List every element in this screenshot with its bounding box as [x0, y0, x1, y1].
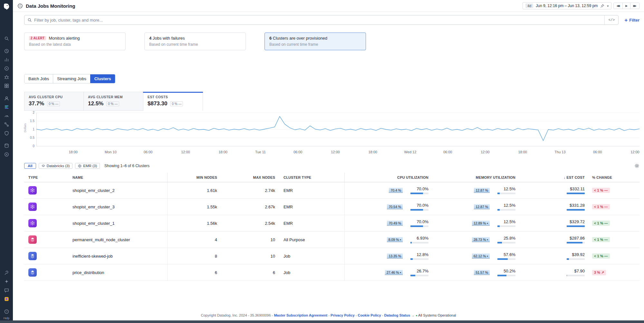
- search-box[interactable]: </>: [24, 15, 619, 25]
- monitors-alerting-card[interactable]: 2 ALERT Monitors alerting Based on the l…: [24, 33, 126, 50]
- support-chat-icon[interactable]: [1, 286, 12, 295]
- time-range-selector[interactable]: 4d Jun 9, 12:16 pm – Jun 13, 12:59 pm ▾: [523, 2, 611, 9]
- table-row[interactable]: inefficient-skewed-job 8 10 Job 13.35 % …: [24, 248, 639, 264]
- cpu-avg-chip: 13.35 %: [387, 253, 403, 259]
- code-view-button[interactable]: </>: [604, 15, 618, 24]
- est-cost-bar: [567, 225, 585, 227]
- ci-icon[interactable]: [1, 150, 12, 159]
- cluster-name[interactable]: inefficient-skewed-job: [69, 248, 168, 264]
- recents-icon[interactable]: [1, 47, 12, 55]
- col-cluster-type[interactable]: CLUSTER TYPE: [280, 173, 345, 182]
- col-est-cost[interactable]: ↓ EST COST: [528, 173, 590, 182]
- col-name[interactable]: NAME: [69, 173, 168, 182]
- search-input[interactable]: [34, 18, 604, 23]
- tab-clusters[interactable]: Clusters: [90, 74, 115, 83]
- x-tick-label: Thu 13: [554, 150, 565, 154]
- filter-chip-databricks[interactable]: Databricks (3): [39, 163, 73, 169]
- sort-desc-icon: ↓: [564, 176, 566, 179]
- x-tick-label: 18:00: [518, 150, 527, 154]
- card-title: Clusters are over provisioned: [273, 36, 327, 41]
- cluster-type-value: EMR: [280, 199, 345, 215]
- search-icon[interactable]: [1, 34, 12, 43]
- over-provisioned-clusters-card[interactable]: 6 Clusters are over provisioned Based on…: [264, 33, 366, 50]
- max-nodes-value: 2.67k: [222, 199, 280, 215]
- col-cpu-utilization[interactable]: CPU UTILIZATION: [345, 173, 438, 182]
- bits-ai-icon[interactable]: [1, 295, 12, 303]
- apm-icon[interactable]: [1, 111, 12, 120]
- cluster-type-value: Job: [280, 248, 345, 264]
- col-type[interactable]: TYPE: [24, 173, 69, 182]
- tab-streaming-jobs[interactable]: Streaming Jobs: [53, 74, 90, 83]
- forward-button[interactable]: ▶▶: [630, 3, 639, 9]
- service-map-icon[interactable]: [1, 120, 12, 129]
- col-percent-change[interactable]: % CHANGE: [590, 173, 639, 182]
- card-subtitle: Based on the latest data: [29, 42, 121, 47]
- table-row[interactable]: price_distribution 6 6 Job 27.46 % • 26.…: [24, 264, 639, 281]
- y-tick-label: 1: [25, 128, 34, 131]
- jobs-with-failures-card[interactable]: 4 Jobs with failures Based on current ti…: [144, 33, 246, 50]
- cluster-name[interactable]: shopist_emr_cluster_3: [69, 199, 168, 215]
- dbm-icon[interactable]: [1, 141, 12, 150]
- cluster-type-icon: [28, 203, 37, 211]
- dashboards-icon[interactable]: [1, 55, 12, 64]
- table-row[interactable]: shopist_emr_cluster_3 1.55k 2.67k EMR 70…: [24, 199, 639, 215]
- time-range-label[interactable]: Jun 9, 12:16 pm – Jun 13, 12:59 pm: [536, 4, 598, 8]
- cpu-avg-chip: 70.49 %: [387, 221, 403, 226]
- infrastructure-icon[interactable]: [1, 73, 12, 81]
- cluster-name[interactable]: shopist_emr_cluster_2: [69, 182, 168, 198]
- x-tick-label: 06:00: [144, 150, 153, 154]
- filter-chip-all[interactable]: All: [24, 163, 36, 169]
- table-settings-gear-icon[interactable]: [634, 163, 639, 168]
- table-row[interactable]: permanent_multi_node_cluster 4 10 All Pu…: [24, 232, 639, 248]
- link-privacy-policy[interactable]: Privacy Policy: [331, 313, 355, 317]
- table-row[interactable]: shopist_emr_cluster_1 1.56k 2.54k EMR 70…: [24, 215, 639, 232]
- est-cost-value: $331.28: [570, 203, 585, 208]
- col-max-nodes[interactable]: MAX NODES: [222, 173, 280, 182]
- security-icon[interactable]: [1, 129, 12, 138]
- cluster-name[interactable]: shopist_emr_cluster_1: [69, 215, 168, 231]
- watchdog-icon[interactable]: [1, 64, 12, 73]
- help-icon[interactable]: ?: [1, 307, 12, 316]
- change-badge: 3 % ↗: [592, 270, 606, 275]
- avg-cluster-mem-card[interactable]: AVG CLUSTER MEM 12.5% 0 % —: [84, 92, 143, 111]
- link-cookie-policy[interactable]: Cookie Policy: [358, 313, 381, 317]
- add-filter-button[interactable]: + Filter: [624, 17, 639, 23]
- time-range-duration[interactable]: 4d: [525, 4, 533, 8]
- link-master-subscription-agreement[interactable]: Master Subscription Agreement: [274, 313, 327, 317]
- x-tick-label: Mon 10: [105, 150, 117, 154]
- link-datadog-status[interactable]: Datadog Status: [384, 313, 410, 317]
- filter-chip-emr[interactable]: EMR (3): [75, 163, 100, 169]
- datadog-logo[interactable]: [2, 3, 11, 11]
- data-jobs-icon[interactable]: [1, 103, 12, 111]
- cpu-utilization-value: 70.0%: [417, 219, 428, 224]
- copilot-icon[interactable]: [1, 277, 12, 286]
- play-button[interactable]: ▶: [622, 3, 630, 9]
- change-badge: < 1 % —: [592, 188, 610, 193]
- chevron-down-icon[interactable]: ▾: [607, 4, 609, 8]
- mem-utilization-bar: [497, 209, 515, 211]
- settings-icon[interactable]: [1, 269, 12, 277]
- max-nodes-value: 2.74k: [222, 182, 280, 198]
- rum-icon[interactable]: [1, 94, 12, 103]
- metric-cards: AVG CLUSTER CPU 37.7% 0 % — AVG CLUSTER …: [24, 92, 639, 111]
- avg-cluster-cpu-card[interactable]: AVG CLUSTER CPU 37.7% 0 % —: [24, 92, 84, 111]
- col-memory-utilization[interactable]: MEMORY UTILIZATION: [438, 173, 528, 182]
- chart-plot-area[interactable]: [36, 112, 639, 148]
- card-count: 6: [269, 36, 272, 41]
- min-nodes-value: 1.55k: [168, 199, 222, 215]
- cluster-name[interactable]: permanent_multi_node_cluster: [69, 232, 168, 248]
- cluster-name[interactable]: price_distribution: [69, 264, 168, 280]
- search-row: </> + Filter: [13, 12, 644, 25]
- metric-value: 37.7%: [29, 100, 44, 107]
- rewind-button[interactable]: ◀◀: [614, 3, 622, 9]
- y-tick-label: 0.5: [25, 136, 34, 139]
- tab-batch-jobs[interactable]: Batch Jobs: [24, 74, 53, 83]
- table-row[interactable]: shopist_emr_cluster_2 1.61k 2.74k EMR 70…: [24, 182, 639, 199]
- col-min-nodes[interactable]: MIN NODES: [168, 173, 222, 182]
- est-costs-card[interactable]: EST COSTS $873.30 0 % —: [143, 92, 203, 111]
- y-tick-label: 1.5: [25, 119, 34, 123]
- est-costs-chart[interactable]: Dollars 00.511.52 18:00Mon 1006:0012:001…: [24, 111, 639, 155]
- x-tick-label: 12:00: [331, 150, 340, 154]
- containers-icon[interactable]: [1, 81, 12, 90]
- pin-icon[interactable]: [600, 4, 604, 8]
